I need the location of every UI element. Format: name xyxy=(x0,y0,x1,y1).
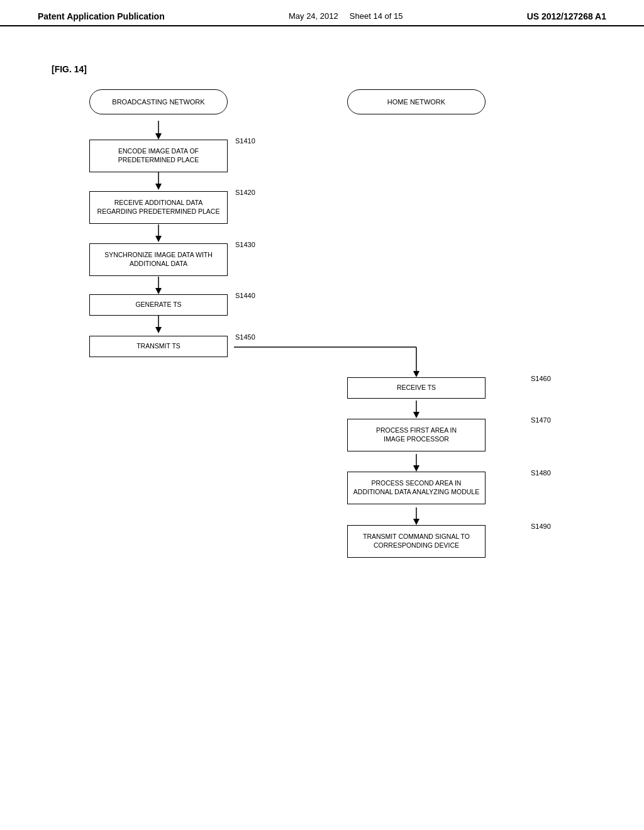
diagram-container: [FIG. 14] BROAD xyxy=(52,64,592,756)
svg-marker-3 xyxy=(155,184,162,190)
broadcasting-network-header: BROADCASTING NETWORK xyxy=(89,89,228,114)
svg-marker-5 xyxy=(155,236,162,242)
header-right: US 2012/127268 A1 xyxy=(527,11,606,21)
header-left: Patent Application Publication xyxy=(38,11,165,21)
box-s1470: PROCESS FIRST AREA IN IMAGE PROCESSOR xyxy=(347,419,486,451)
svg-marker-14 xyxy=(413,412,419,418)
box-s1450: TRANSMIT TS xyxy=(89,336,228,357)
fig-label: [FIG. 14] xyxy=(52,64,87,74)
step-label-s1410: S1410 xyxy=(235,137,255,145)
svg-marker-9 xyxy=(155,327,162,333)
svg-marker-18 xyxy=(413,519,419,525)
box-s1430: SYNCHRONIZE IMAGE DATA WITH ADDITIONAL D… xyxy=(89,243,228,276)
svg-marker-1 xyxy=(155,133,162,140)
step-label-s1420: S1420 xyxy=(235,189,255,196)
step-label-s1440: S1440 xyxy=(235,292,255,299)
box-s1480: PROCESS SECOND AREA IN ADDITIONAL DATA A… xyxy=(347,472,486,504)
step-label-s1430: S1430 xyxy=(235,241,255,248)
svg-marker-16 xyxy=(413,465,419,472)
box-s1420: RECEIVE ADDITIONAL DATA REGARDING PREDET… xyxy=(89,191,228,224)
step-label-s1460: S1460 xyxy=(531,375,551,382)
home-network-header: HOME NETWORK xyxy=(347,89,486,114)
svg-marker-7 xyxy=(155,288,162,294)
svg-marker-12 xyxy=(413,371,419,377)
step-label-s1470: S1470 xyxy=(531,416,551,424)
header-sheet: Sheet 14 of 15 xyxy=(350,11,403,21)
box-s1440: GENERATE TS xyxy=(89,294,228,316)
step-label-s1480: S1480 xyxy=(531,469,551,477)
box-s1410: ENCODE IMAGE DATA OF PREDETERMINED PLACE xyxy=(89,140,228,172)
box-s1460: RECEIVE TS xyxy=(347,377,486,399)
header-center: May 24, 2012 Sheet 14 of 15 xyxy=(289,11,402,21)
step-label-s1450: S1450 xyxy=(235,333,255,341)
box-s1490: TRANSMIT COMMAND SIGNAL TO CORRESPONDING… xyxy=(347,525,486,558)
header-date: May 24, 2012 xyxy=(289,11,338,21)
page-header: Patent Application Publication May 24, 2… xyxy=(0,0,644,26)
step-label-s1490: S1490 xyxy=(531,523,551,530)
